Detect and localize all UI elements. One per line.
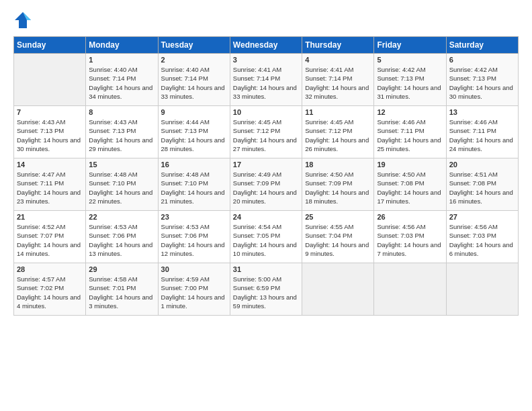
day-number: 19: [377, 161, 443, 169]
day-number: 26: [377, 213, 443, 221]
calendar-cell: 9Sunrise: 4:44 AMSunset: 7:13 PMDaylight…: [158, 106, 230, 158]
day-info: Sunrise: 4:47 AMSunset: 7:11 PMDaylight:…: [17, 170, 83, 205]
day-number: 24: [233, 213, 299, 221]
day-info: Sunrise: 4:48 AMSunset: 7:10 PMDaylight:…: [89, 170, 154, 205]
calendar-cell: 22Sunrise: 4:53 AMSunset: 7:06 PMDayligh…: [86, 211, 158, 263]
calendar-cell: 12Sunrise: 4:46 AMSunset: 7:11 PMDayligh…: [374, 106, 446, 158]
day-number: 18: [305, 161, 371, 169]
day-info: Sunrise: 4:43 AMSunset: 7:13 PMDaylight:…: [89, 118, 154, 153]
calendar-cell: 17Sunrise: 4:49 AMSunset: 7:09 PMDayligh…: [230, 158, 302, 211]
day-info: Sunrise: 4:45 AMSunset: 7:12 PMDaylight:…: [233, 118, 299, 153]
day-number: 2: [161, 56, 227, 64]
day-info: Sunrise: 4:48 AMSunset: 7:10 PMDaylight:…: [161, 170, 227, 205]
calendar-cell: 19Sunrise: 4:50 AMSunset: 7:08 PMDayligh…: [374, 158, 446, 211]
weekday-header: Sunday: [14, 37, 86, 54]
day-number: 29: [89, 265, 154, 273]
calendar-cell: 10Sunrise: 4:45 AMSunset: 7:12 PMDayligh…: [230, 106, 302, 158]
day-info: Sunrise: 4:51 AMSunset: 7:08 PMDaylight:…: [449, 170, 515, 205]
weekday-header: Thursday: [302, 37, 374, 54]
day-number: 27: [449, 213, 515, 221]
page-header: [13, 11, 519, 30]
day-number: 16: [161, 161, 227, 169]
calendar-cell: 15Sunrise: 4:48 AMSunset: 7:10 PMDayligh…: [86, 158, 158, 211]
calendar-cell: 5Sunrise: 4:42 AMSunset: 7:13 PMDaylight…: [374, 54, 446, 106]
day-info: Sunrise: 4:40 AMSunset: 7:14 PMDaylight:…: [89, 65, 154, 101]
calendar-cell: 14Sunrise: 4:47 AMSunset: 7:11 PMDayligh…: [14, 158, 86, 211]
calendar-cell: 2Sunrise: 4:40 AMSunset: 7:14 PMDaylight…: [158, 54, 230, 106]
day-info: Sunrise: 4:44 AMSunset: 7:13 PMDaylight:…: [161, 118, 227, 153]
logo-icon: [13, 11, 32, 30]
day-number: 25: [305, 213, 371, 221]
calendar-cell: 4Sunrise: 4:41 AMSunset: 7:14 PMDaylight…: [302, 54, 374, 106]
calendar-cell: 13Sunrise: 4:46 AMSunset: 7:11 PMDayligh…: [446, 106, 518, 158]
day-number: 14: [17, 161, 83, 169]
day-number: 7: [17, 108, 83, 116]
day-info: Sunrise: 4:52 AMSunset: 7:07 PMDaylight:…: [17, 222, 83, 258]
calendar-cell: 28Sunrise: 4:57 AMSunset: 7:02 PMDayligh…: [14, 263, 86, 316]
day-info: Sunrise: 4:53 AMSunset: 7:06 PMDaylight:…: [161, 222, 227, 258]
day-number: 15: [89, 161, 154, 169]
day-number: 12: [377, 108, 443, 116]
day-info: Sunrise: 4:42 AMSunset: 7:13 PMDaylight:…: [449, 65, 515, 101]
calendar-cell: 26Sunrise: 4:56 AMSunset: 7:03 PMDayligh…: [374, 211, 446, 263]
day-number: 31: [233, 265, 299, 273]
day-number: 6: [449, 56, 515, 64]
day-number: 11: [305, 108, 371, 116]
weekday-header: Friday: [374, 37, 446, 54]
day-number: 1: [89, 56, 154, 64]
day-number: 13: [449, 108, 515, 116]
calendar-cell: 16Sunrise: 4:48 AMSunset: 7:10 PMDayligh…: [158, 158, 230, 211]
day-info: Sunrise: 4:41 AMSunset: 7:14 PMDaylight:…: [233, 65, 299, 101]
day-info: Sunrise: 4:55 AMSunset: 7:04 PMDaylight:…: [305, 222, 371, 258]
day-info: Sunrise: 4:53 AMSunset: 7:06 PMDaylight:…: [89, 222, 154, 258]
day-info: Sunrise: 4:56 AMSunset: 7:03 PMDaylight:…: [377, 222, 443, 258]
day-info: Sunrise: 4:58 AMSunset: 7:01 PMDaylight:…: [89, 275, 154, 310]
day-number: 22: [89, 213, 154, 221]
calendar-cell: [446, 263, 518, 316]
day-number: 3: [233, 56, 299, 64]
day-number: 9: [161, 108, 227, 116]
weekday-header: Wednesday: [230, 37, 302, 54]
day-number: 20: [449, 161, 515, 169]
calendar-cell: 20Sunrise: 4:51 AMSunset: 7:08 PMDayligh…: [446, 158, 518, 211]
weekday-header: Tuesday: [158, 37, 230, 54]
logo: [13, 11, 35, 30]
calendar-cell: 3Sunrise: 4:41 AMSunset: 7:14 PMDaylight…: [230, 54, 302, 106]
day-info: Sunrise: 4:46 AMSunset: 7:11 PMDaylight:…: [377, 118, 443, 153]
day-number: 23: [161, 213, 227, 221]
calendar-cell: 11Sunrise: 4:45 AMSunset: 7:12 PMDayligh…: [302, 106, 374, 158]
calendar-cell: [374, 263, 446, 316]
calendar-cell: 6Sunrise: 4:42 AMSunset: 7:13 PMDaylight…: [446, 54, 518, 106]
calendar-cell: 30Sunrise: 4:59 AMSunset: 7:00 PMDayligh…: [158, 263, 230, 316]
day-info: Sunrise: 4:56 AMSunset: 7:03 PMDaylight:…: [449, 222, 515, 258]
day-number: 21: [17, 213, 83, 221]
calendar-cell: 29Sunrise: 4:58 AMSunset: 7:01 PMDayligh…: [86, 263, 158, 316]
calendar-cell: [14, 54, 86, 106]
day-info: Sunrise: 4:40 AMSunset: 7:14 PMDaylight:…: [161, 65, 227, 101]
weekday-header: Saturday: [446, 37, 518, 54]
calendar-cell: 31Sunrise: 5:00 AMSunset: 6:59 PMDayligh…: [230, 263, 302, 316]
day-info: Sunrise: 4:54 AMSunset: 7:05 PMDaylight:…: [233, 222, 299, 258]
day-number: 17: [233, 161, 299, 169]
calendar-cell: [302, 263, 374, 316]
day-info: Sunrise: 5:00 AMSunset: 6:59 PMDaylight:…: [233, 275, 299, 310]
day-number: 30: [161, 265, 227, 273]
day-info: Sunrise: 4:49 AMSunset: 7:09 PMDaylight:…: [233, 170, 299, 205]
calendar-cell: 18Sunrise: 4:50 AMSunset: 7:09 PMDayligh…: [302, 158, 374, 211]
day-info: Sunrise: 4:45 AMSunset: 7:12 PMDaylight:…: [305, 118, 371, 153]
weekday-header: Monday: [86, 37, 158, 54]
calendar-cell: 25Sunrise: 4:55 AMSunset: 7:04 PMDayligh…: [302, 211, 374, 263]
day-info: Sunrise: 4:57 AMSunset: 7:02 PMDaylight:…: [17, 275, 83, 310]
calendar-cell: 21Sunrise: 4:52 AMSunset: 7:07 PMDayligh…: [14, 211, 86, 263]
day-number: 28: [17, 265, 83, 273]
calendar-cell: 8Sunrise: 4:43 AMSunset: 7:13 PMDaylight…: [86, 106, 158, 158]
day-info: Sunrise: 4:50 AMSunset: 7:09 PMDaylight:…: [305, 170, 371, 205]
calendar-cell: 23Sunrise: 4:53 AMSunset: 7:06 PMDayligh…: [158, 211, 230, 263]
day-number: 5: [377, 56, 443, 64]
day-number: 10: [233, 108, 299, 116]
calendar-cell: 27Sunrise: 4:56 AMSunset: 7:03 PMDayligh…: [446, 211, 518, 263]
day-number: 8: [89, 108, 154, 116]
day-info: Sunrise: 4:41 AMSunset: 7:14 PMDaylight:…: [305, 65, 371, 101]
calendar-cell: 1Sunrise: 4:40 AMSunset: 7:14 PMDaylight…: [86, 54, 158, 106]
calendar-cell: 24Sunrise: 4:54 AMSunset: 7:05 PMDayligh…: [230, 211, 302, 263]
